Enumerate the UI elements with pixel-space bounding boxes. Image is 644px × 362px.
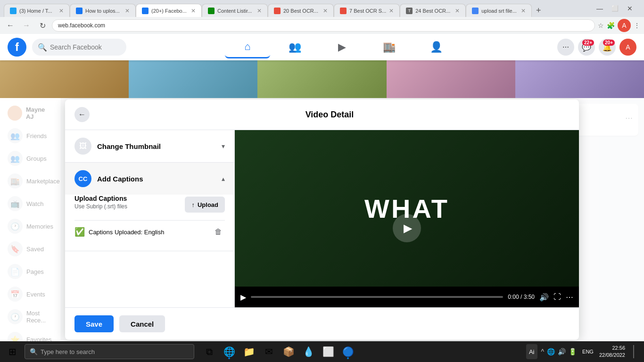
thumbnail-5 (515, 60, 644, 98)
thumbnail-2 (129, 60, 257, 98)
tab-8[interactable]: upload srt file... ✕ (466, 4, 532, 17)
tab-2-favicon (76, 8, 83, 14)
tab-7-close[interactable]: ✕ (455, 8, 460, 14)
taskbar-clock[interactable]: 22:56 22/08/2022 (599, 345, 625, 359)
nav-groups[interactable]: 👤 (413, 36, 459, 58)
refresh-button[interactable]: ↻ (36, 19, 49, 32)
new-tab-button[interactable]: + (532, 4, 545, 17)
taskbar-app-edge[interactable]: 🌐 (220, 342, 239, 361)
caption-delete-button[interactable]: 🗑 (212, 225, 225, 239)
taskbar-app-unknown[interactable]: ⬜ (319, 342, 338, 361)
close-window-button[interactable]: ✕ (623, 2, 636, 15)
taskbar-app-chrome[interactable]: 🔵 (339, 342, 357, 361)
home-icon: ⌂ (244, 41, 250, 53)
video-progress-bar[interactable] (251, 296, 503, 298)
tab-5[interactable]: 20 Best OCR... ✕ (268, 4, 334, 17)
restore-button[interactable]: ⬜ (608, 2, 621, 15)
modal-dialog: ← Video Detail 🖼 (65, 99, 579, 340)
dropbox-icon: 💧 (303, 346, 314, 357)
search-input[interactable] (50, 43, 116, 51)
taskbar-app-task-view[interactable]: ⧉ (200, 342, 219, 361)
tab-2-title: How to uplos... (85, 8, 122, 14)
taskbar-app-file-explorer[interactable]: 📁 (239, 342, 258, 361)
thumbnail-4 (387, 60, 515, 98)
tab-4[interactable]: Content Listir... ✕ (202, 4, 268, 17)
save-button[interactable]: Save (74, 315, 114, 332)
forward-button[interactable]: → (20, 19, 33, 32)
user-avatar[interactable]: A (619, 39, 636, 56)
edge-indicator (228, 357, 230, 359)
browser-frame: (3) Home / T... ✕ How to uplos... ✕ (20+… (0, 0, 644, 362)
battery-icon[interactable]: 🔋 (569, 348, 577, 355)
thumbnail-icon-circle: 🖼 (74, 138, 91, 155)
edge-icon: 🌐 (223, 346, 235, 357)
upload-captions-info: Upload Captions Use Subrip (.srt) files (74, 195, 127, 214)
taskbar-app-dropbox[interactable]: 💧 (299, 342, 318, 361)
taskbar-app-email[interactable]: ✉ (259, 342, 278, 361)
tab-2-close[interactable]: ✕ (125, 8, 130, 14)
tab-4-close[interactable]: ✕ (257, 8, 262, 14)
tab-7[interactable]: T 24 Best OCR... ✕ (400, 4, 466, 17)
taskbar: ⊞ 🔍 Type here to search ⧉ 🌐 📁 ✉ 📦 (0, 341, 644, 362)
profile-icon[interactable]: A (618, 19, 631, 32)
fb-search-bar[interactable]: 🔍 (32, 39, 126, 56)
ai-button[interactable]: Ai (526, 344, 537, 359)
tab-3[interactable]: (20+) Facebo... ✕ (136, 4, 202, 17)
nav-video[interactable]: ▶ (319, 36, 364, 58)
tab-6[interactable]: 7 Best OCR S... ✕ (334, 4, 400, 17)
tab-1-close[interactable]: ✕ (59, 8, 64, 14)
menu-button[interactable]: ⋯ (557, 39, 574, 56)
tab-2[interactable]: How to uplos... ✕ (70, 4, 136, 17)
extension-icon[interactable]: 🧩 (607, 22, 615, 29)
taskbar-search-bar[interactable]: 🔍 Type here to search (25, 344, 194, 359)
modal-back-button[interactable]: ← (74, 107, 90, 122)
messenger-button[interactable]: 💬 22+ (578, 39, 595, 56)
network-icon[interactable]: 🌐 (547, 348, 555, 355)
tab-1[interactable]: (3) Home / T... ✕ (4, 4, 70, 17)
browser-titlebar: (3) Home / T... ✕ How to uplos... ✕ (20+… (0, 0, 644, 17)
fb-logo: f (8, 38, 26, 57)
tab-6-favicon (340, 8, 347, 14)
video-settings-button[interactable]: ⋯ (566, 293, 573, 302)
nav-home[interactable]: ⌂ (225, 36, 270, 58)
tab-3-close[interactable]: ✕ (191, 8, 196, 14)
tab-6-close[interactable]: ✕ (389, 8, 394, 14)
settings-icon[interactable]: ⋮ (634, 22, 640, 29)
taskbar-apps: ⧉ 🌐 📁 ✉ 📦 💧 ⬜ 🔵 (200, 342, 357, 361)
language-indicator[interactable]: ENG (580, 349, 595, 354)
change-thumbnail-accordion: 🖼 Change Thumbnail ▾ (65, 130, 234, 163)
tab-8-close[interactable]: ✕ (521, 8, 526, 14)
change-thumbnail-header[interactable]: 🖼 Change Thumbnail ▾ (65, 130, 234, 162)
speaker-icon[interactable]: 🔊 (558, 348, 566, 355)
upload-button[interactable]: ↑ Upload (185, 197, 225, 213)
play-icon: ▶ (404, 222, 412, 235)
add-captions-header[interactable]: CC Add Captions ▴ (65, 163, 234, 195)
taskbar-systray: ^ 🌐 🔊 🔋 (541, 348, 577, 355)
show-desktop-button[interactable] (629, 342, 638, 361)
video-play-control[interactable]: ▶ (240, 293, 246, 302)
tab-1-title: (3) Home / T... (19, 8, 56, 14)
groups-icon: 👤 (430, 41, 443, 53)
captions-chevron-icon: ▴ (222, 175, 225, 182)
upload-captions-row: Upload Captions Use Subrip (.srt) files … (74, 195, 225, 214)
minimize-button[interactable]: — (593, 2, 606, 15)
video-mute-button[interactable]: 🔊 (539, 293, 549, 302)
thumbnail-chevron-icon: ▾ (222, 142, 225, 150)
taskbar-app-amazon[interactable]: 📦 (279, 342, 298, 361)
notifications-button[interactable]: 🔔 20+ (599, 39, 616, 56)
video-fullscreen-button[interactable]: ⛶ (553, 293, 561, 301)
nav-friends[interactable]: 👥 (272, 36, 317, 58)
video-time-display: 0:00 / 3:50 (508, 294, 535, 300)
nav-marketplace[interactable]: 🏬 (366, 36, 412, 58)
tab-5-close[interactable]: ✕ (323, 8, 328, 14)
systray-chevron-icon[interactable]: ^ (541, 348, 545, 355)
modal-overlay: ← Video Detail 🖼 (0, 98, 644, 341)
ai-label: Ai (529, 348, 535, 355)
back-button[interactable]: ← (4, 19, 17, 32)
video-play-button[interactable]: ▶ (393, 214, 421, 242)
modal-title: Video Detail (90, 110, 570, 120)
address-bar[interactable]: web.facebook.com (52, 19, 595, 32)
start-button[interactable]: ⊞ (2, 341, 23, 362)
bookmark-icon[interactable]: ☆ (598, 22, 604, 29)
cancel-button[interactable]: Cancel (119, 315, 165, 332)
